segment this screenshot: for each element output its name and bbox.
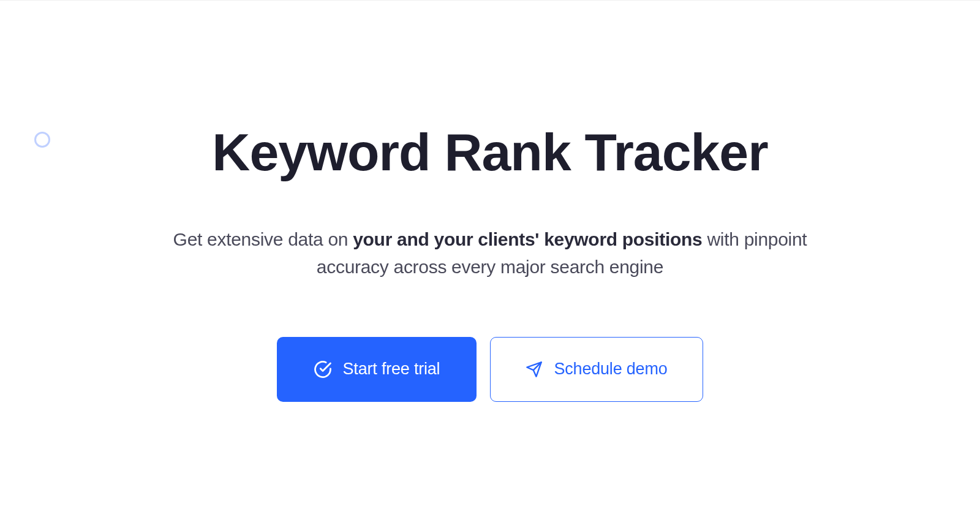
- schedule-demo-button[interactable]: Schedule demo: [490, 337, 703, 402]
- paper-plane-icon: [526, 361, 543, 378]
- primary-button-label: Start free trial: [343, 360, 440, 379]
- secondary-button-label: Schedule demo: [554, 360, 667, 379]
- hero-section: Keyword Rank Tracker Get extensive data …: [153, 123, 827, 402]
- button-row: Start free trial Schedule demo: [153, 337, 827, 402]
- decorative-circle: [34, 132, 50, 148]
- subtitle-prefix: Get extensive data on: [173, 229, 353, 249]
- hero-subtitle: Get extensive data on your and your clie…: [153, 225, 827, 281]
- page-title: Keyword Rank Tracker: [153, 123, 827, 181]
- check-circle-icon: [314, 360, 332, 379]
- subtitle-bold: your and your clients' keyword positions: [353, 229, 702, 249]
- start-free-trial-button[interactable]: Start free trial: [277, 337, 477, 402]
